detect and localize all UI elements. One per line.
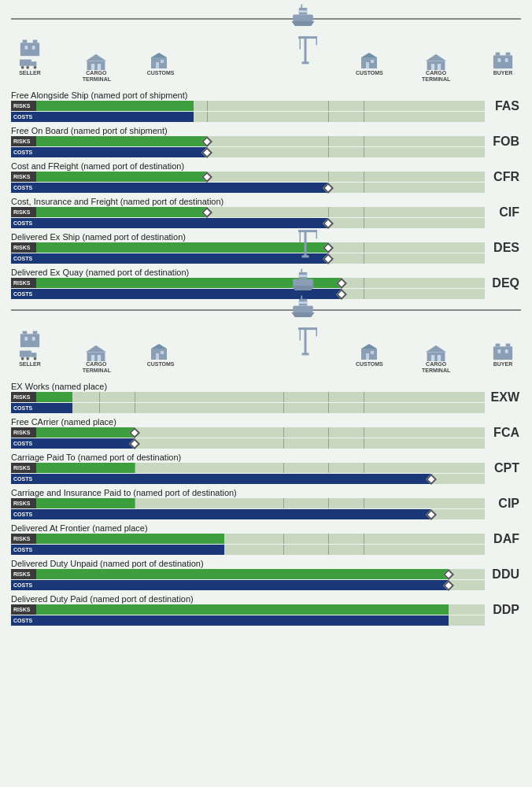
costs-row-cpt: COSTS — [11, 474, 521, 484]
incoterm-title-daf: Delivered At Frontier (named place) — [11, 523, 521, 533]
svg-rect-32 — [161, 60, 164, 63]
crane-icon-right — [294, 29, 317, 70]
svg-rect-49 — [371, 351, 374, 354]
incoterm-ddp: Delivered Duty Paid (named port of desti… — [11, 594, 521, 626]
risks-label: RISKS — [11, 136, 36, 146]
risks-label: RISKS — [11, 392, 36, 402]
incoterm-cip: Carriage and Insurance Paid to (named po… — [11, 488, 521, 519]
customs-icon-right — [360, 51, 379, 70]
incoterm-daf: Delivered At Frontier (named place)RISKS… — [11, 523, 521, 555]
svg-marker-47 — [361, 344, 377, 349]
incoterm-exw: EX Works (named place)RISKSEXWCOSTS — [11, 382, 521, 413]
svg-marker-43 — [151, 344, 167, 349]
incoterm-title-fob: Free On Board (named port of shipment) — [11, 126, 521, 135]
costs-label: COSTS — [11, 474, 36, 484]
incoterm-code-des: DES — [485, 241, 521, 255]
incoterm-title-fas: Free Alongside Ship (named port of shipm… — [11, 91, 521, 100]
incoterm-code-cip: CIP — [485, 497, 521, 511]
label-seller: SELLER — [14, 70, 46, 82]
svg-rect-36 — [371, 60, 374, 63]
costs-label: COSTS — [11, 147, 36, 157]
incoterm-title-cfr: Cost and FReight (named port of destinat… — [11, 161, 521, 171]
all-incoterms: EX Works (named place)RISKSEXWCOSTSFree … — [11, 382, 521, 626]
all-section: SELLER CARGOTERMINAL CUSTOMS CUSTOMS CAR… — [11, 307, 521, 626]
incoterm-title-fca: Free CArrier (named place) — [11, 417, 521, 427]
svg-point-41 — [34, 357, 37, 360]
risks-label: RISKS — [11, 242, 36, 253]
incoterm-fob: Free On Board (named port of shipment)RI… — [11, 126, 521, 157]
costs-label: COSTS — [11, 509, 36, 519]
incoterm-cpt: Carriage Paid To (named port of destinat… — [11, 453, 521, 484]
costs-bar-container — [36, 509, 485, 519]
ship-icon-right — [289, 2, 317, 26]
risks-bar-container — [36, 392, 485, 402]
risks-row-cpt: RISKSCPT — [11, 463, 521, 473]
svg-marker-34 — [361, 53, 377, 57]
risks-label: RISKS — [11, 534, 36, 544]
all-customs-right — [360, 342, 379, 361]
all-factory-icon-left — [19, 327, 41, 349]
all-label-seller: SELLER — [14, 361, 46, 373]
costs-label: COSTS — [11, 438, 36, 449]
customs-icon-left — [150, 51, 168, 70]
incoterm-code-cif: CIF — [485, 205, 521, 220]
costs-row-fca: COSTS — [11, 438, 521, 449]
risks-label: RISKS — [11, 463, 36, 473]
label-buyer: BUYER — [488, 70, 518, 82]
costs-label: COSTS — [11, 183, 36, 193]
all-label-customs-left: CUSTOMS — [147, 361, 171, 373]
incoterm-code-fob: FOB — [485, 135, 521, 149]
incoterm-code-ddp: DDP — [485, 603, 521, 617]
costs-bar-container — [36, 403, 485, 413]
costs-row-ddu: COSTS — [11, 580, 521, 590]
incoterm-title-cip: Carriage and Insurance Paid to (named po… — [11, 488, 521, 497]
risks-bar-container — [36, 136, 485, 146]
all-factory-right — [492, 339, 514, 361]
all-ship-right — [289, 294, 317, 317]
costs-bar-container — [36, 112, 485, 122]
risks-bar-container — [36, 463, 485, 473]
all-label-cargo-left: CARGOTERMINAL — [83, 361, 110, 373]
risks-bar-container — [36, 101, 485, 111]
svg-rect-25 — [31, 61, 37, 66]
all-customs-left — [150, 342, 168, 361]
incoterm-ddu: Delivered Duty Unpaid (named port of des… — [11, 559, 521, 590]
risks-bar-container — [36, 498, 485, 508]
risks-row-daf: RISKSDAF — [11, 534, 521, 544]
all-warehouse-right — [424, 344, 448, 361]
incoterm-title-cpt: Carriage Paid To (named port of destinat… — [11, 453, 521, 462]
costs-label: COSTS — [11, 580, 36, 590]
risks-label: RISKS — [11, 427, 36, 438]
costs-label: COSTS — [11, 615, 36, 626]
costs-label: COSTS — [11, 403, 36, 413]
incoterm-code-cfr: CFR — [485, 170, 521, 184]
incoterm-title-cif: Cost, Insurance and Freight (named port … — [11, 197, 521, 206]
risks-bar-container — [36, 427, 485, 438]
costs-row-fob: COSTS — [11, 147, 521, 157]
risks-row-exw: RISKSEXW — [11, 392, 521, 402]
risks-bar-container — [36, 604, 485, 615]
costs-label: COSTS — [11, 289, 36, 299]
costs-row-daf: COSTS — [11, 545, 521, 555]
all-label-customs-right: CUSTOMS — [354, 361, 384, 373]
svg-rect-24 — [20, 59, 31, 65]
risks-row-fca: RISKSFCA — [11, 427, 521, 438]
costs-bar-container — [36, 183, 485, 193]
costs-row-cip: COSTS — [11, 509, 521, 519]
svg-rect-48 — [366, 353, 369, 360]
risks-label: RISKS — [11, 604, 36, 615]
risks-row-ddu: RISKSDDU — [11, 569, 521, 579]
costs-label: COSTS — [11, 112, 36, 122]
svg-point-26 — [21, 66, 24, 69]
risks-row-cfr: RISKSCFR — [11, 172, 521, 182]
svg-point-27 — [26, 66, 29, 69]
svg-rect-44 — [156, 353, 159, 360]
incoterm-code-exw: EXW — [485, 390, 521, 405]
svg-point-28 — [34, 66, 37, 69]
costs-label: COSTS — [11, 545, 36, 555]
svg-marker-30 — [151, 53, 167, 57]
factory-icon-left — [19, 35, 41, 57]
svg-rect-45 — [161, 351, 164, 354]
risks-label: RISKS — [11, 101, 36, 111]
incoterm-fca: Free CArrier (named place)RISKSFCACOSTS — [11, 417, 521, 449]
